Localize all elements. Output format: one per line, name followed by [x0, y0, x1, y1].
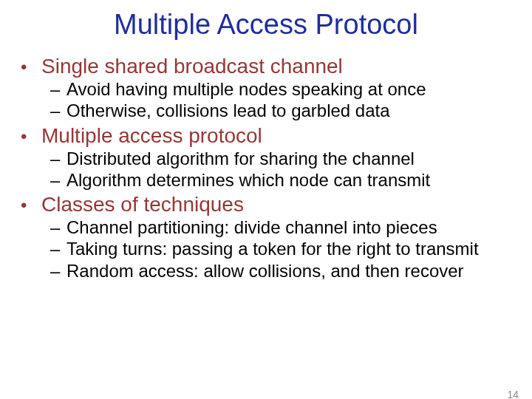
dash-icon: –	[50, 100, 66, 121]
bullet-level2: – Random access: allow collisions, and t…	[21, 260, 525, 282]
bullet-level2: – Taking turns: passing a token for the …	[21, 238, 525, 259]
bullet-level1: • Single shared broadcast channel	[21, 54, 525, 78]
slide-body: • Single shared broadcast channel – Avoi…	[0, 54, 532, 282]
dash-icon: –	[50, 78, 66, 100]
subbullet-text: Distributed algorithm for sharing the ch…	[66, 148, 415, 169]
dash-icon: –	[50, 148, 66, 169]
bullet-level2: – Algorithm determines which node can tr…	[21, 169, 525, 191]
subbullet-text: Taking turns: passing a token for the ri…	[66, 238, 479, 259]
dot-icon: •	[21, 195, 41, 216]
subbullet-text: Channel partitioning: divide channel int…	[66, 216, 437, 238]
subbullet-text: Otherwise, collisions lead to garbled da…	[66, 100, 390, 121]
dot-icon: •	[21, 57, 41, 78]
bullet-text: Single shared broadcast channel	[41, 54, 343, 78]
subbullet-text: Random access: allow collisions, and the…	[66, 260, 464, 282]
slide: Multiple Access Protocol • Single shared…	[0, 9, 532, 399]
bullet-text: Multiple access protocol	[41, 123, 262, 148]
bullet-text: Classes of techniques	[41, 192, 244, 216]
bullet-level2: – Distributed algorithm for sharing the …	[21, 148, 525, 169]
dash-icon: –	[50, 260, 66, 282]
bullet-group-0: • Single shared broadcast channel – Avoi…	[21, 54, 525, 122]
dot-icon: •	[21, 126, 41, 147]
dash-icon: –	[50, 216, 66, 238]
bullet-level1: • Multiple access protocol	[21, 123, 525, 148]
page-number: 14	[507, 389, 519, 399]
bullet-group-2: • Classes of techniques – Channel partit…	[21, 192, 525, 282]
subbullet-text: Avoid having multiple nodes speaking at …	[66, 78, 426, 100]
slide-title: Multiple Access Protocol	[0, 9, 532, 41]
bullet-level2: – Channel partitioning: divide channel i…	[21, 216, 525, 238]
dash-icon: –	[50, 169, 66, 191]
bullet-level2: – Avoid having multiple nodes speaking a…	[21, 78, 525, 100]
dash-icon: –	[50, 238, 66, 259]
subbullet-text: Algorithm determines which node can tran…	[66, 169, 430, 191]
bullet-level2: – Otherwise, collisions lead to garbled …	[21, 100, 525, 121]
bullet-level1: • Classes of techniques	[21, 192, 525, 216]
bullet-group-1: • Multiple access protocol – Distributed…	[21, 123, 525, 191]
